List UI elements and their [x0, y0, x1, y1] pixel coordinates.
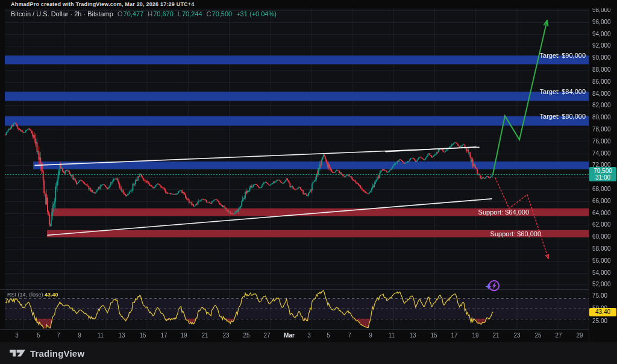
time-tick: 9 — [363, 332, 378, 339]
price-tick: 58,000 — [592, 245, 611, 252]
price-tick: 96,000 — [592, 19, 611, 25]
tradingview-chart-window: AhmadPro created with TradingView.com, M… — [0, 0, 617, 364]
price-tick: 62,000 — [592, 221, 611, 228]
target-label: Target: $84,000 — [540, 88, 586, 95]
last-price-value: 70,500 — [589, 168, 616, 174]
support-label: Support: $64,000 — [478, 209, 529, 216]
time-tick: 3 — [301, 332, 317, 339]
time-tick: 29 — [572, 332, 587, 339]
time-tick: 13 — [405, 332, 421, 339]
time-tick: 19 — [468, 332, 483, 339]
time-tick: 23 — [218, 332, 234, 339]
support-label: Support: $60,000 — [490, 230, 541, 237]
price-tick: 84,000 — [592, 90, 611, 97]
price-tick: 54,000 — [592, 269, 611, 276]
rsi-indicator-label[interactable]: RSI (14, close) 43.40 — [7, 292, 58, 298]
lightning-boost-icon — [481, 276, 506, 295]
price-tick: 94,000 — [592, 31, 611, 37]
ohlc-low: L70,244 — [178, 10, 202, 17]
time-tick: 25 — [239, 332, 254, 339]
price-tick: 76,000 — [592, 138, 611, 145]
tradingview-logo-text: TradingView — [30, 348, 84, 359]
rsi-value-badge: 43.40 — [589, 308, 616, 316]
time-tick: Mar — [281, 332, 297, 339]
tradingview-logo[interactable]: TradingView — [10, 348, 84, 359]
symbol-title[interactable]: Bitcoin / U.S. Dollar · 2h · Bitstamp — [11, 10, 113, 17]
symbol-info-bar: Bitcoin / U.S. Dollar · 2h · Bitstamp O7… — [11, 9, 277, 18]
tradingview-logo-icon — [10, 348, 26, 358]
target-label: Target: $80,000 — [540, 113, 586, 120]
last-price-badge: 70,500 31:00 — [589, 167, 616, 181]
bar-countdown: 31:00 — [589, 174, 616, 181]
ohlc-close: C70,500 — [207, 10, 233, 17]
time-tick: 13 — [114, 332, 130, 339]
time-tick: 21 — [197, 332, 213, 339]
price-tick: 56,000 — [592, 257, 611, 264]
price-chart-canvas[interactable] — [0, 0, 617, 364]
time-tick: 5 — [321, 332, 336, 339]
time-tick: 15 — [426, 332, 442, 339]
price-tick: 60,000 — [592, 233, 611, 240]
time-tick: 27 — [551, 332, 566, 339]
price-tick: 86,000 — [592, 78, 611, 85]
price-tick: 92,000 — [592, 42, 611, 49]
time-tick: 5 — [31, 332, 46, 339]
price-change: +31 (+0.04%) — [236, 10, 277, 17]
price-tick: 82,000 — [592, 102, 611, 108]
price-tick: 68,000 — [592, 186, 611, 192]
watermark-text: AhmadPro created with TradingView.com, M… — [0, 0, 617, 8]
time-tick: 23 — [509, 332, 525, 339]
time-tick: 7 — [342, 332, 357, 339]
price-tick: 52,000 — [592, 281, 611, 287]
price-tick: 66,000 — [592, 198, 611, 204]
ohlc-open: O70,477 — [117, 10, 143, 17]
time-tick: 7 — [51, 332, 66, 339]
lightning-icon — [492, 282, 496, 289]
rsi-label-value: 43.40 — [45, 292, 58, 298]
price-tick: 88,000 — [592, 66, 611, 73]
time-tick: 15 — [135, 332, 151, 339]
bottom-toolbar: TradingView — [0, 342, 617, 364]
time-tick: 27 — [259, 332, 275, 339]
time-tick: 19 — [176, 332, 192, 339]
time-tick: 17 — [156, 332, 172, 339]
price-tick: 80,000 — [592, 114, 611, 121]
time-tick: 21 — [488, 332, 504, 339]
time-tick: 25 — [530, 332, 546, 339]
price-tick: 78,000 — [592, 126, 611, 133]
time-tick: 3 — [9, 332, 25, 339]
time-tick: 11 — [384, 332, 399, 339]
time-tick: 17 — [446, 332, 462, 339]
time-tick: 9 — [72, 332, 87, 339]
rsi-label-text: RSI (14, close) — [7, 292, 43, 298]
ohlc-high: H70,670 — [148, 10, 174, 17]
time-tick: 11 — [93, 332, 108, 339]
price-tick: 64,000 — [592, 210, 611, 216]
price-tick: 74,000 — [592, 150, 611, 157]
target-label: Target: $90,000 — [540, 52, 586, 59]
time-axis[interactable]: 3579111315171921232527Mar357911131517192… — [0, 330, 589, 342]
price-tick: 90,000 — [592, 54, 611, 61]
